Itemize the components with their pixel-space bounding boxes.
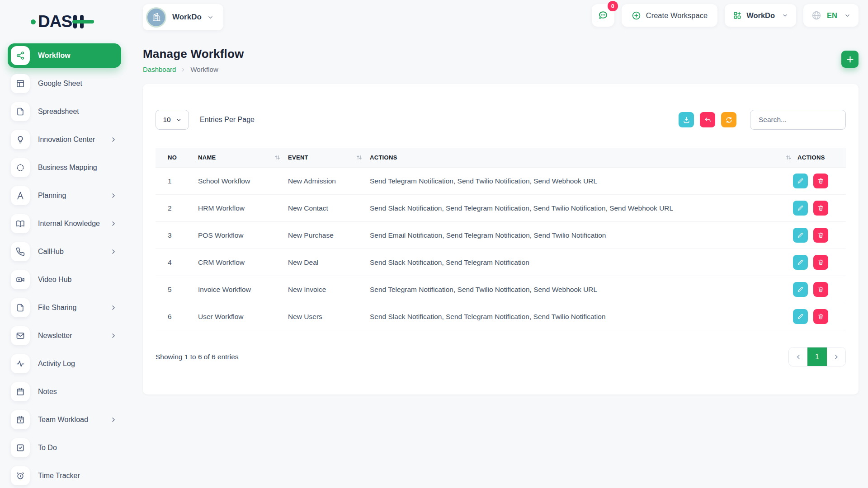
- activity-icon: [11, 354, 30, 373]
- sidebar-item-to-do[interactable]: To Do: [8, 436, 121, 460]
- trash-icon: [817, 205, 824, 211]
- sort-icon[interactable]: [785, 154, 792, 161]
- sidebar-item-notes[interactable]: Notes: [8, 380, 121, 404]
- check-square-icon: [11, 438, 30, 457]
- cell-row-actions: [778, 309, 846, 324]
- delete-button[interactable]: [813, 174, 828, 188]
- sidebar-item-planning[interactable]: Planning: [8, 183, 121, 208]
- pagination-page-1[interactable]: 1: [807, 347, 827, 366]
- page-header: Manage Workflow Dashboard Workflow: [143, 47, 859, 73]
- download-icon: [683, 116, 690, 124]
- edit-button[interactable]: [793, 174, 808, 188]
- chevron-right-icon: [110, 333, 117, 339]
- logo-dot: [31, 19, 36, 24]
- delete-button[interactable]: [813, 255, 828, 270]
- cell-actions: Send Telegram Notification, Send Twilio …: [370, 286, 778, 294]
- brand-logo[interactable]: DAS: [31, 12, 134, 32]
- column-header-event[interactable]: EVENT: [288, 154, 370, 161]
- pencil-icon: [797, 232, 804, 239]
- table-actions: [679, 110, 846, 130]
- chat-icon: [598, 10, 609, 21]
- table-row-school-workflow: 1School WorkflowNew AdmissionSend Telegr…: [156, 168, 846, 195]
- sidebar-item-activity-log[interactable]: Activity Log: [8, 352, 121, 376]
- cell-name: POS Workflow: [198, 231, 288, 239]
- sidebar-item-innovation-center[interactable]: Innovation Center: [8, 127, 121, 152]
- cell-no: 3: [156, 231, 198, 239]
- entries-per-page-select[interactable]: 10: [156, 110, 189, 130]
- workspace-selector[interactable]: WorkDo: [143, 4, 223, 30]
- sort-icon[interactable]: [274, 154, 281, 161]
- table-header-row: NO NAME EVENT ACTIONS ACTIONS: [156, 148, 846, 168]
- sidebar-item-internal-knowledge[interactable]: Internal Knowledge: [8, 211, 121, 236]
- apps-menu-button[interactable]: WorkDo: [725, 4, 796, 27]
- search-input[interactable]: [750, 110, 846, 130]
- trash-icon: [817, 178, 824, 184]
- phone-icon: [11, 242, 30, 261]
- delete-button[interactable]: [813, 228, 828, 243]
- refresh-button[interactable]: [721, 112, 736, 127]
- breadcrumb-dashboard-link[interactable]: Dashboard: [143, 66, 176, 73]
- column-header-row-actions[interactable]: ACTIONS: [778, 154, 846, 161]
- cell-name: HRM Workflow: [198, 204, 288, 212]
- trash-icon: [817, 232, 824, 239]
- chevron-down-icon: [176, 117, 182, 123]
- building-icon: [146, 7, 166, 28]
- sort-icon[interactable]: [356, 154, 363, 161]
- topbar: WorkDo 0 Create Workspace WorkDo: [143, 0, 859, 34]
- sidebar-item-time-tracker[interactable]: Time Tracker: [8, 464, 121, 488]
- sidebar-item-label: Team Workload: [38, 416, 88, 424]
- sidebar-item-newsletter[interactable]: Newsletter: [8, 324, 121, 348]
- table-row-pos-workflow: 3POS WorkflowNew PurchaseSend Email Noti…: [156, 222, 846, 249]
- sidebar-item-callhub[interactable]: CallHub: [8, 239, 121, 264]
- column-header-name[interactable]: NAME: [198, 154, 288, 161]
- edit-button[interactable]: [793, 228, 808, 243]
- column-header-no[interactable]: NO: [156, 154, 198, 161]
- edit-button[interactable]: [793, 201, 808, 216]
- sidebar-item-label: Video Hub: [38, 276, 71, 284]
- table-row-hrm-workflow: 2HRM WorkflowNew ContactSend Slack Notif…: [156, 195, 846, 222]
- sidebar-item-team-workload[interactable]: Team Workload: [8, 408, 121, 432]
- language-selector[interactable]: EN: [803, 4, 859, 27]
- edit-button[interactable]: [793, 282, 808, 297]
- add-workflow-button[interactable]: [841, 51, 859, 68]
- sidebar-item-business-mapping[interactable]: Business Mapping: [8, 155, 121, 180]
- cell-event: New Users: [288, 313, 370, 321]
- sidebar-item-file-sharing[interactable]: File Sharing: [8, 296, 121, 320]
- create-workspace-button[interactable]: Create Workspace: [622, 4, 717, 27]
- sidebar-item-spreadsheet[interactable]: Spreadsheet: [8, 99, 121, 124]
- column-header-actions[interactable]: ACTIONS: [370, 154, 778, 161]
- edit-button[interactable]: [793, 255, 808, 270]
- table-footer: Showing 1 to 6 of 6 entries 1: [156, 347, 846, 366]
- cell-actions: Send Telegram Notification, Send Twilio …: [370, 177, 778, 185]
- delete-button[interactable]: [813, 309, 828, 324]
- compass-icon: [11, 186, 30, 205]
- sidebar-item-label: Notes: [38, 388, 57, 396]
- book-icon: [11, 214, 30, 233]
- sidebar-item-label: Business Mapping: [38, 164, 97, 172]
- chevron-right-icon: [833, 354, 840, 360]
- sidebar-item-label: Innovation Center: [38, 136, 95, 144]
- chevron-right-icon: [110, 192, 117, 199]
- sidebar-item-workflow[interactable]: Workflow: [8, 43, 121, 68]
- delete-button[interactable]: [813, 282, 828, 297]
- undo-button[interactable]: [700, 112, 715, 127]
- app-root: DAS WorkflowGoogle SheetSpreadsheetInnov…: [0, 0, 868, 488]
- chevron-down-icon: [844, 13, 850, 19]
- pagination-prev-button[interactable]: [789, 347, 807, 366]
- export-button[interactable]: [679, 112, 694, 127]
- sidebar-item-video-hub[interactable]: Video Hub: [8, 267, 121, 292]
- breadcrumb: Dashboard Workflow: [143, 66, 244, 73]
- undo-icon: [704, 116, 712, 124]
- logo-h-glyph: [73, 15, 96, 28]
- cell-no: 5: [156, 286, 198, 294]
- cell-event: New Invoice: [288, 286, 370, 294]
- edit-button[interactable]: [793, 309, 808, 324]
- chevron-right-icon: [110, 305, 117, 311]
- sidebar-item-label: Time Tracker: [38, 472, 80, 480]
- pagination-next-button[interactable]: [827, 347, 845, 366]
- delete-button[interactable]: [813, 201, 828, 216]
- sidebar-item-google-sheet[interactable]: Google Sheet: [8, 71, 121, 96]
- messages-button[interactable]: 0: [592, 4, 614, 27]
- language-label: EN: [827, 11, 837, 20]
- table-body: 1School WorkflowNew AdmissionSend Telegr…: [156, 168, 846, 330]
